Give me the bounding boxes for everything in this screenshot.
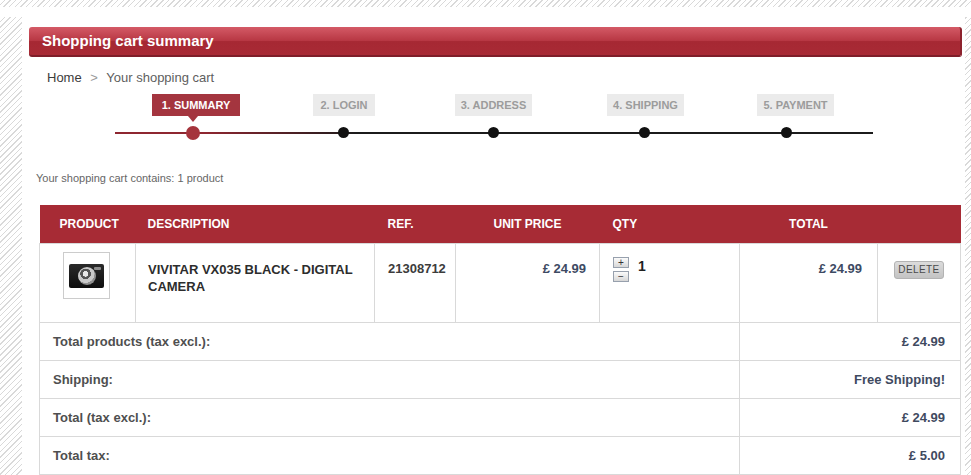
total-tax-excl-label: Total (tax excl.): [40, 398, 740, 436]
total-products-row: Total products (tax excl.): £ 24.99 [40, 322, 961, 360]
product-image-cell [40, 243, 136, 322]
total-tax-value: £ 5.00 [740, 436, 961, 474]
step-dot-login [338, 127, 349, 138]
cart-product-row: VIVITAR VX035 BLACK - DIGITAL CAMERA 213… [40, 243, 961, 322]
total-products-label: Total products (tax excl.): [40, 322, 740, 360]
page-title: Shopping cart summary [29, 27, 960, 55]
total-products-value: £ 24.99 [740, 322, 961, 360]
breadcrumb-home-link[interactable]: Home [47, 70, 82, 85]
cart-table: PRODUCT DESCRIPTION REF. UNIT PRICE QTY … [39, 205, 961, 475]
product-unit-price: £ 24.99 [456, 243, 600, 322]
page-title-bar: Shopping cart summary [29, 27, 962, 57]
qty-decrease-button[interactable]: − [613, 271, 629, 282]
total-tax-excl-row: Total (tax excl.): £ 24.99 [40, 398, 961, 436]
header-total: TOTAL [740, 205, 878, 243]
shipping-value: Free Shipping! [740, 360, 961, 398]
header-qty: QTY [600, 205, 740, 243]
product-description-link[interactable]: VIVITAR VX035 BLACK - DIGITAL CAMERA [136, 243, 375, 322]
step-login[interactable]: 2. LOGIN [313, 94, 375, 116]
step-dot-address [488, 127, 499, 138]
delete-cell: DELETE [878, 243, 961, 322]
product-ref: 21308712 [375, 243, 456, 322]
step-payment[interactable]: 5. PAYMENT [757, 94, 834, 116]
breadcrumb: Home > Your shopping cart [47, 70, 214, 85]
breadcrumb-separator: > [85, 70, 103, 85]
delete-button[interactable]: DELETE [894, 261, 944, 279]
header-empty [878, 205, 961, 243]
product-qty-value: 1 [638, 258, 646, 274]
total-tax-excl-value: £ 24.99 [740, 398, 961, 436]
step-dot-payment [781, 127, 792, 138]
cart-summary-panel: Shopping cart summary Home > Your shoppi… [22, 17, 965, 475]
header-product: PRODUCT [40, 205, 136, 243]
step-dot-summary [186, 126, 200, 140]
total-tax-row: Total tax: £ 5.00 [40, 436, 961, 474]
total-tax-label: Total tax: [40, 436, 740, 474]
camera-flash [94, 267, 101, 270]
page-gap-strip [0, 7, 971, 17]
header-description: DESCRIPTION [136, 205, 375, 243]
qty-increase-button[interactable]: + [613, 257, 629, 268]
product-qty-cell: + − 1 [600, 243, 740, 322]
step-summary[interactable]: 1. SUMMARY [152, 94, 240, 116]
step-address[interactable]: 3. ADDRESS [455, 94, 532, 116]
active-step-pointer [188, 116, 198, 122]
product-image[interactable] [63, 252, 110, 299]
camera-icon [69, 264, 104, 288]
table-header-row: PRODUCT DESCRIPTION REF. UNIT PRICE QTY … [40, 205, 961, 243]
step-shipping[interactable]: 4. SHIPPING [607, 94, 684, 116]
header-unit-price: UNIT PRICE [456, 205, 600, 243]
cart-contains-text: Your shopping cart contains: 1 product [36, 172, 223, 184]
product-total-price: £ 24.99 [740, 243, 878, 322]
shipping-label: Shipping: [40, 360, 740, 398]
shipping-row: Shipping: Free Shipping! [40, 360, 961, 398]
step-dot-shipping [639, 127, 650, 138]
breadcrumb-current: Your shopping cart [106, 70, 214, 85]
header-ref: REF. [375, 205, 456, 243]
